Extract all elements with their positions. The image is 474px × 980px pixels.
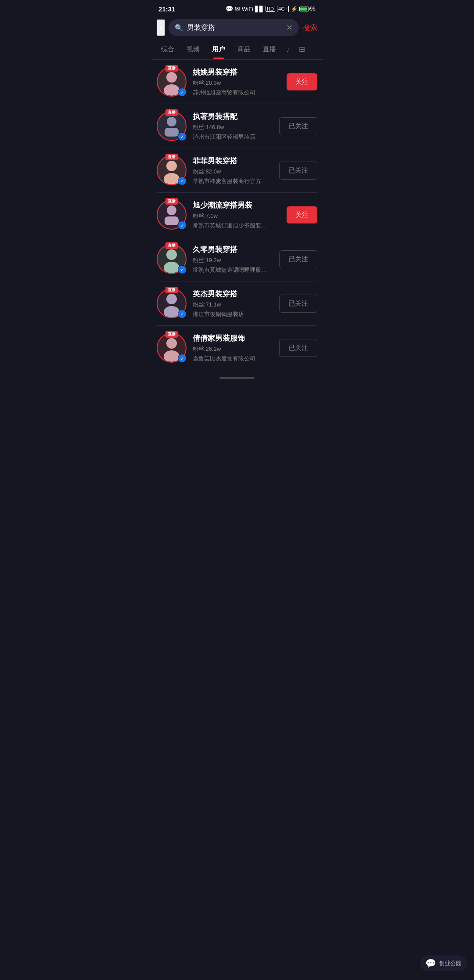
list-item: 直播 ✓ 倩倩家男装服饰 粉丝:26.2w 当鲁芸比杰服饰有限公司 已关注 [157,326,317,370]
avatar-wrap-5: 直播 ✓ [157,244,187,274]
svg-rect-5 [165,128,179,137]
verified-badge-5: ✓ [178,265,187,274]
status-time: 21:31 [158,5,175,13]
user-name-3: 菲菲男装穿搭 [193,156,273,166]
hd-icon: HD [266,6,275,12]
user-info-1: 姚姚男装穿搭 粉丝:20.3w 苏州驰旭燊商贸有限公司 [193,67,280,97]
user-desc-4: 常熟市莫城街道旭少爷服装… [193,222,280,230]
svg-point-16 [166,294,177,304]
user-info-4: 旭少潮流穿搭男装 粉丝:7.0w 常熟市莫城街道旭少爷服装… [193,200,280,230]
verified-badge-3: ✓ [178,177,187,185]
search-box: 🔍 男装穿搭 ✕ [169,19,299,36]
search-container: ‹ 🔍 男装穿搭 ✕ 搜索 [151,16,323,40]
avatar-wrap-1: 直播 ✓ [157,67,187,97]
follow-button-5[interactable]: 已关注 [279,250,317,268]
verified-badge-4: ✓ [178,221,187,230]
bolt-icon: ⚡ [291,6,298,12]
svg-rect-11 [165,216,179,225]
search-icon: 🔍 [175,24,183,32]
list-item: 直播 ✓ 姚姚男装穿搭 粉丝:20.3w 苏州驰旭燊商贸有限公司 关注 [157,60,317,104]
tab-live[interactable]: 直播 [257,40,282,59]
avatar-wrap-4: 直播 ✓ [157,200,187,230]
follow-button-1[interactable]: 关注 [287,73,317,90]
status-icons: 💬 ✉ WiFi ▋▊ HD 4G⁺ ⚡ 96 [226,5,316,12]
user-list: 直播 ✓ 姚姚男装穿搭 粉丝:20.3w 苏州驰旭燊商贸有限公司 关注 直播 ✓ [151,60,323,370]
follow-button-6[interactable]: 已关注 [279,295,317,313]
4g-icon: 4G⁺ [277,6,289,12]
verified-badge-6: ✓ [178,310,187,318]
live-badge-4: 直播 [165,198,178,205]
user-info-7: 倩倩家男装服饰 粉丝:26.2w 当鲁芸比杰服饰有限公司 [193,333,273,363]
svg-point-10 [167,205,176,215]
battery-level: 96 [310,6,316,12]
follow-button-3[interactable]: 已关注 [279,162,317,180]
user-name-2: 执著男装搭配 [193,112,273,122]
user-desc-3: 常熟市祎麦客服装商行官方… [193,177,273,185]
list-item: 直播 ✓ 菲菲男装穿搭 粉丝:82.0w 常熟市祎麦客服装商行官方… 已关注 [157,148,317,193]
user-fans-4: 粉丝:7.0w [193,212,280,220]
svg-point-7 [166,161,177,171]
search-submit-button[interactable]: 搜索 [302,23,317,33]
verified-badge-2: ✓ [178,132,187,141]
svg-point-13 [166,249,177,260]
live-badge-5: 直播 [165,242,178,249]
user-name-1: 姚姚男装穿搭 [193,67,280,77]
user-fans-7: 粉丝:26.2w [193,345,273,353]
avatar-wrap-7: 直播 ✓ [157,333,187,363]
follow-button-2[interactable]: 已关注 [279,117,317,135]
svg-point-19 [166,338,177,349]
user-fans-6: 粉丝:71.1w [193,301,273,309]
svg-point-4 [167,117,176,126]
tab-user[interactable]: 用户 [206,40,231,59]
user-name-7: 倩倩家男装服饰 [193,333,273,343]
search-query-text[interactable]: 男装穿搭 [187,23,283,32]
svg-point-1 [166,72,177,83]
verified-badge-7: ✓ [178,354,187,363]
list-item: 直播 ✓ 英杰男装穿搭 粉丝:71.1w 潜江市俊锅锅服装店 已关注 [157,281,317,326]
battery-indicator: 96 [299,6,316,12]
clear-button[interactable]: ✕ [286,23,293,32]
user-fans-1: 粉丝:20.3w [193,79,280,87]
avatar-wrap-2: 直播 ✓ [157,111,187,141]
tab-product[interactable]: 商品 [231,40,257,59]
bottom-bar [151,370,323,386]
user-desc-1: 苏州驰旭燊商贸有限公司 [193,89,280,97]
live-badge-3: 直播 [165,154,178,160]
wifi-icon: WiFi [242,6,253,12]
avatar-wrap-3: 直播 ✓ [157,155,187,185]
back-button[interactable]: ‹ [157,19,165,36]
tab-music[interactable]: ♪ [282,40,294,58]
user-desc-7: 当鲁芸比杰服饰有限公司 [193,355,273,363]
filter-button[interactable]: ⊟ [294,40,309,59]
user-info-2: 执著男装搭配 粉丝:146.8w 泸州市江阳区轻潮男装店 [193,112,273,141]
user-info-5: 久零男装穿搭 粉丝:19.2w 常熟市莫城街道嗯嗯哩哩服… [193,245,273,274]
signal-icon: ▋▊ [255,6,264,12]
user-info-3: 菲菲男装穿搭 粉丝:82.0w 常熟市祎麦客服装商行官方… [193,156,273,185]
list-item: 直播 ✓ 久零男装穿搭 粉丝:19.2w 常熟市莫城街道嗯嗯哩哩服… 已关注 [157,237,317,281]
user-fans-3: 粉丝:82.0w [193,168,273,176]
follow-button-7[interactable]: 已关注 [279,339,317,357]
user-fans-5: 粉丝:19.2w [193,256,273,264]
user-fans-2: 粉丝:146.8w [193,123,273,131]
live-badge-7: 直播 [165,331,178,338]
email-status-icon: ✉ [235,5,240,12]
list-item: 直播 ✓ 执著男装搭配 粉丝:146.8w 泸州市江阳区轻潮男装店 已关注 [157,104,317,148]
live-badge-6: 直播 [165,287,178,293]
follow-button-4[interactable]: 关注 [287,206,317,223]
list-item: 直播 ✓ 旭少潮流穿搭男装 粉丝:7.0w 常熟市莫城街道旭少爷服装… 关注 [157,193,317,237]
user-name-5: 久零男装穿搭 [193,245,273,255]
wechat-status-icon: 💬 [226,5,233,12]
user-name-4: 旭少潮流穿搭男装 [193,200,280,210]
verified-badge-1: ✓ [178,88,187,97]
status-bar: 21:31 💬 ✉ WiFi ▋▊ HD 4G⁺ ⚡ 96 [151,0,323,16]
avatar-wrap-6: 直播 ✓ [157,288,187,318]
user-name-6: 英杰男装穿搭 [193,289,273,299]
tab-bar: 综合 视频 用户 商品 直播 ♪ ⊟ [151,40,323,60]
tab-video[interactable]: 视频 [180,40,206,59]
scroll-indicator [219,377,255,379]
user-info-6: 英杰男装穿搭 粉丝:71.1w 潜江市俊锅锅服装店 [193,289,273,318]
tab-general[interactable]: 综合 [155,40,180,59]
user-desc-6: 潜江市俊锅锅服装店 [193,310,273,318]
user-desc-2: 泸州市江阳区轻潮男装店 [193,133,273,141]
live-badge-1: 直播 [165,65,178,72]
